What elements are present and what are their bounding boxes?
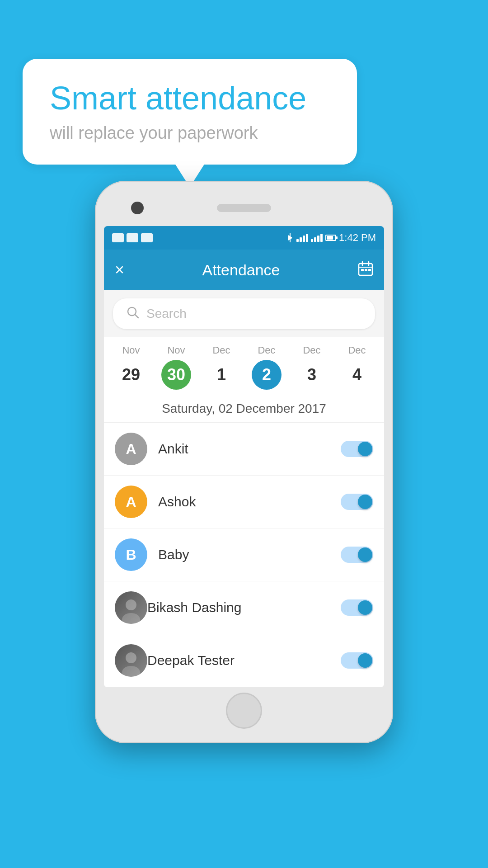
student-name-ankit: Ankit	[158, 441, 341, 457]
cal-day-3[interactable]: Dec3	[291, 344, 332, 390]
cal-month-label: Nov	[122, 344, 140, 356]
avatar-deepak	[115, 644, 147, 677]
toggle-knob-ankit	[358, 442, 372, 456]
signal-bars	[296, 234, 308, 242]
cal-month-label: Dec	[348, 344, 366, 356]
toggle-ankit[interactable]	[341, 441, 373, 457]
signal-bars-2	[311, 234, 323, 242]
student-name-bikash: Bikash Dashing	[147, 600, 341, 615]
svg-rect-5	[365, 269, 367, 271]
status-time: 1:42 PM	[339, 232, 376, 244]
avatar-bikash	[115, 591, 147, 624]
phone-mockup: 1:42 PM × Attendance	[95, 181, 393, 743]
calendar-strip: Nov29Nov30Dec1Dec2Dec3Dec4	[104, 337, 384, 393]
student-name-ashok: Ashok	[158, 494, 341, 509]
toggle-baby[interactable]	[341, 547, 373, 563]
svg-point-10	[122, 613, 140, 624]
phone-top-bar	[104, 190, 384, 226]
speaker	[217, 204, 271, 212]
student-list: AAnkitAAshokBBaby Bikash Dashing Deepak …	[104, 423, 384, 687]
cal-day-num: 29	[116, 360, 146, 390]
status-icons	[112, 233, 153, 242]
cal-month-label: Dec	[258, 344, 275, 356]
speech-bubble: Smart attendance will replace your paper…	[23, 59, 357, 165]
cal-day-num: 30	[161, 360, 191, 390]
cal-day-4[interactable]: Dec4	[337, 344, 377, 390]
toggle-deepak[interactable]	[341, 652, 373, 669]
search-placeholder: Search	[146, 307, 187, 321]
search-container: Search	[104, 290, 384, 337]
cal-month-label: Nov	[167, 344, 185, 356]
toggle-knob-baby	[358, 547, 372, 562]
cal-day-2[interactable]: Dec2	[246, 344, 287, 390]
cal-day-num: 3	[297, 360, 327, 390]
cal-day-30[interactable]: Nov30	[156, 344, 197, 390]
svg-point-9	[126, 599, 136, 610]
phone-outer: 1:42 PM × Attendance	[95, 181, 393, 743]
avatar-baby: B	[115, 538, 147, 571]
notification-icon	[112, 233, 124, 242]
student-row-deepak: Deepak Tester	[104, 634, 384, 687]
toggle-knob-bikash	[358, 600, 372, 615]
avatar-ashok: A	[115, 486, 147, 518]
search-bar[interactable]: Search	[113, 298, 375, 329]
toggle-knob-deepak	[358, 653, 372, 668]
toggle-bikash[interactable]	[341, 599, 373, 616]
phone-screen: 1:42 PM × Attendance	[104, 226, 384, 687]
app-header: × Attendance	[104, 250, 384, 290]
notification-icon-2	[127, 233, 138, 242]
avatar-ankit: A	[115, 433, 147, 465]
svg-rect-6	[368, 269, 371, 271]
toggle-knob-ashok	[358, 495, 372, 509]
cal-month-label: Dec	[303, 344, 320, 356]
cal-day-num: 2	[252, 360, 282, 390]
speech-subtitle: will replace your paperwork	[50, 123, 330, 143]
cal-month-label: Dec	[212, 344, 230, 356]
page-title: Attendance	[202, 261, 280, 279]
calendar-icon[interactable]	[358, 261, 373, 279]
search-icon	[127, 306, 139, 322]
svg-rect-4	[361, 269, 364, 271]
student-row-bikash: Bikash Dashing	[104, 581, 384, 634]
battery-icon	[325, 235, 336, 241]
svg-point-12	[122, 666, 140, 677]
speech-title: Smart attendance	[50, 80, 330, 116]
cal-day-1[interactable]: Dec1	[201, 344, 242, 390]
bluetooth-icon	[286, 233, 294, 242]
cal-day-num: 1	[206, 360, 236, 390]
toggle-ashok[interactable]	[341, 494, 373, 510]
student-name-baby: Baby	[158, 547, 341, 562]
student-row-baby: BBaby	[104, 528, 384, 581]
camera	[131, 202, 144, 214]
selected-date: Saturday, 02 December 2017	[104, 393, 384, 423]
home-button[interactable]	[226, 693, 262, 729]
svg-line-8	[135, 315, 138, 318]
close-button[interactable]: ×	[115, 260, 124, 279]
student-name-deepak: Deepak Tester	[147, 653, 341, 668]
status-right: 1:42 PM	[286, 232, 376, 244]
svg-point-11	[126, 652, 136, 663]
cal-day-num: 4	[342, 360, 372, 390]
cal-day-29[interactable]: Nov29	[111, 344, 151, 390]
student-row-ashok: AAshok	[104, 476, 384, 528]
notification-icon-3	[141, 233, 153, 242]
status-bar: 1:42 PM	[104, 226, 384, 250]
student-row-ankit: AAnkit	[104, 423, 384, 476]
